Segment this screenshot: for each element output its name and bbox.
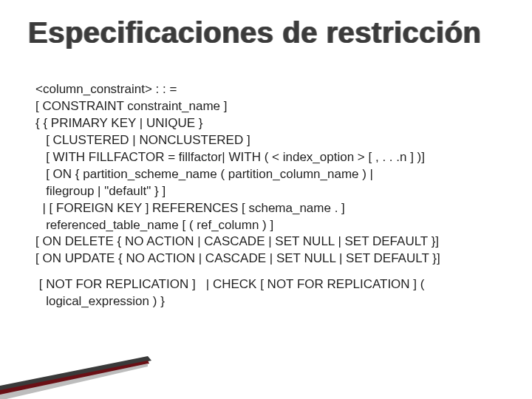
corner-decoration: [0, 356, 155, 395]
slide-title: Especificaciones de restricción: [28, 16, 482, 50]
syntax-line: logical_expression ) }: [35, 293, 497, 310]
corner-swoosh-icon: [0, 356, 155, 399]
syntax-line: [ CONSTRAINT constraint_name ]: [35, 98, 497, 115]
syntax-line: [ CLUSTERED | NONCLUSTERED ]: [35, 132, 497, 149]
syntax-line: | [ FOREIGN KEY ] REFERENCES [ schema_na…: [35, 200, 497, 217]
syntax-line: [ ON { partition_scheme_name ( partition…: [35, 166, 497, 183]
spacer: [35, 267, 497, 276]
syntax-line: { { PRIMARY KEY | UNIQUE }: [35, 115, 497, 132]
syntax-line: referenced_table_name [ ( ref_column ) ]: [35, 217, 497, 234]
syntax-line: [ ON DELETE { NO ACTION | CASCADE | SET …: [35, 233, 497, 250]
syntax-line: <column_constraint> : : =: [35, 81, 497, 98]
syntax-line: [ NOT FOR REPLICATION ] | CHECK [ NOT FO…: [35, 276, 497, 293]
syntax-line: filegroup | "default" } ]: [35, 183, 497, 200]
slide: Especificaciones de restricción <column_…: [0, 0, 532, 399]
slide-body: <column_constraint> : : = [ CONSTRAINT c…: [35, 81, 497, 310]
syntax-line: [ ON UPDATE { NO ACTION | CASCADE | SET …: [35, 250, 497, 267]
syntax-line: [ WITH FILLFACTOR = fillfactor| WITH ( <…: [35, 149, 497, 166]
